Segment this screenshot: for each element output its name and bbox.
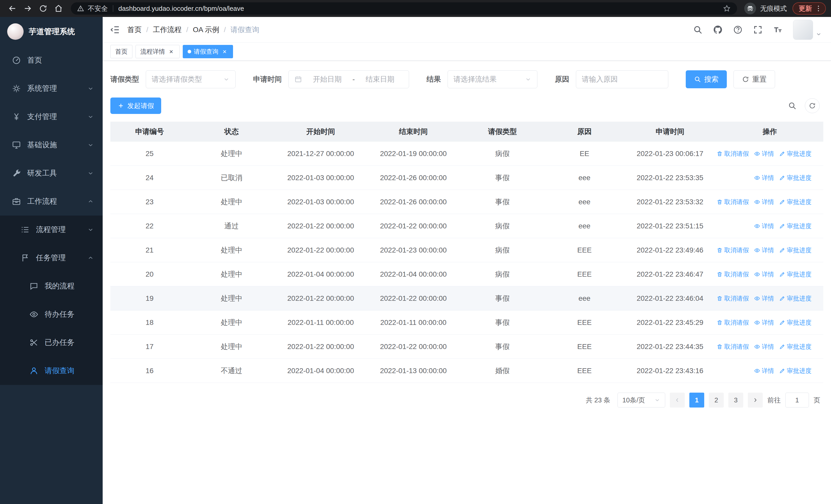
leave-type-select[interactable]: 请选择请假类型 [146, 70, 236, 88]
action-cancel-link[interactable]: 取消请假 [717, 319, 749, 327]
sidebar-item-devtools[interactable]: 研发工具 [0, 159, 103, 187]
action-detail-link[interactable]: 详情 [754, 222, 774, 230]
table-row[interactable]: 16不通过2022-01-04 00:00:002022-01-13 00:00… [110, 359, 823, 383]
browser-back-button[interactable] [5, 1, 20, 16]
action-detail-link[interactable]: 详情 [754, 270, 774, 278]
flag-icon [21, 253, 30, 263]
sidebar-item-process-mgmt[interactable]: 流程管理 [0, 215, 103, 244]
pagination-total: 共 23 条 [586, 396, 610, 405]
next-page-button[interactable] [748, 393, 763, 408]
toggle-search-button[interactable] [788, 101, 797, 110]
sidebar-item-payment[interactable]: 支付管理 [0, 102, 103, 131]
sidebar-item-home[interactable]: 首页 [0, 46, 103, 75]
user-menu[interactable] [793, 20, 822, 40]
action-cancel-link[interactable]: 取消请假 [717, 198, 749, 206]
action-progress-link[interactable]: 审批进度 [779, 174, 811, 182]
help-button[interactable] [733, 25, 743, 35]
sidebar-item-todo-task[interactable]: 待办任务 [0, 300, 103, 328]
table-cell: 处理中 [189, 318, 274, 327]
page-button-3[interactable]: 3 [728, 393, 743, 408]
table-row[interactable]: 24已取消2022-01-03 00:00:002022-01-26 00:00… [110, 166, 823, 190]
action-detail-link[interactable]: 详情 [754, 198, 774, 206]
action-cancel-link[interactable]: 取消请假 [717, 246, 749, 254]
browser-home-button[interactable] [51, 1, 66, 16]
action-progress-link[interactable]: 审批进度 [779, 198, 811, 206]
action-cancel-link[interactable]: 取消请假 [717, 294, 749, 302]
tab-close-icon[interactable]: × [168, 48, 175, 55]
tab-0[interactable]: 首页 [110, 45, 133, 58]
action-progress-link[interactable]: 审批进度 [779, 367, 811, 375]
action-detail-link[interactable]: 详情 [754, 150, 774, 158]
table-row[interactable]: 22通过2022-01-22 00:00:002022-01-22 00:00:… [110, 214, 823, 238]
browser-refresh-button[interactable] [36, 1, 50, 16]
create-leave-button[interactable]: 发起请假 [110, 97, 161, 114]
search-button[interactable]: 搜索 [686, 70, 727, 88]
prev-page-button[interactable] [670, 393, 685, 408]
browser-forward-button[interactable] [21, 1, 35, 16]
edit-icon [779, 175, 785, 181]
action-progress-link[interactable]: 审批进度 [779, 343, 811, 351]
sidebar-collapse-button[interactable] [103, 25, 127, 35]
kebab-menu-icon[interactable] [814, 5, 822, 12]
tab-close-icon[interactable]: × [221, 48, 228, 55]
table-row[interactable]: 25处理中2021-12-27 00:00:002022-01-19 00:00… [110, 142, 823, 166]
browser-right-cluster: 无痕模式 更新 [742, 2, 826, 14]
action-progress-link[interactable]: 审批进度 [779, 150, 811, 158]
refresh-table-button[interactable] [805, 98, 820, 113]
sidebar-item-done-task[interactable]: 已办任务 [0, 328, 103, 357]
result-select[interactable]: 请选择流结果 [448, 70, 537, 88]
action-detail-link[interactable]: 详情 [754, 246, 774, 254]
eye-icon [754, 151, 760, 157]
table-header-cell: 申请编号 [110, 127, 189, 137]
sidebar-item-workflow[interactable]: 工作流程 [0, 187, 103, 215]
table-row[interactable]: 17处理中2022-01-22 00:00:002022-01-22 00:00… [110, 335, 823, 359]
sidebar-item-my-process[interactable]: 我的流程 [0, 272, 103, 300]
action-progress-link[interactable]: 审批进度 [779, 294, 811, 302]
table-row[interactable]: 21处理中2022-01-22 00:00:002022-01-23 00:00… [110, 238, 823, 262]
refresh-icon [809, 102, 816, 109]
action-progress-link[interactable]: 审批进度 [779, 319, 811, 327]
sidebar-item-infra[interactable]: 基础设施 [0, 131, 103, 159]
sidebar-item-system[interactable]: 系统管理 [0, 75, 103, 102]
action-progress-link[interactable]: 审批进度 [779, 270, 811, 278]
fullscreen-button[interactable] [753, 25, 763, 35]
action-detail-link[interactable]: 详情 [754, 343, 774, 351]
breadcrumb-item[interactable]: OA 示例 [193, 25, 220, 35]
github-link[interactable] [713, 25, 723, 35]
action-progress-link[interactable]: 审批进度 [779, 246, 811, 254]
font-size-button[interactable] [773, 25, 783, 35]
reason-input[interactable] [576, 70, 668, 88]
edit-icon [779, 295, 785, 301]
address-bar[interactable]: 不安全 dashboard.yudao.iocoder.cn/bpm/oa/le… [71, 2, 737, 14]
page-button-2[interactable]: 2 [709, 393, 724, 408]
breadcrumb-item[interactable]: 首页 [127, 25, 142, 35]
table-row[interactable]: 19处理中2022-01-22 00:00:002022-01-22 00:00… [110, 287, 823, 310]
action-cancel-link[interactable]: 取消请假 [717, 343, 749, 351]
table-row[interactable]: 20处理中2022-01-04 00:00:002022-01-04 00:00… [110, 262, 823, 287]
header-search-button[interactable] [693, 25, 703, 35]
breadcrumb-item[interactable]: 工作流程 [153, 25, 182, 35]
bookmark-star-icon[interactable] [723, 4, 731, 12]
page-button-1[interactable]: 1 [689, 393, 704, 408]
table-row[interactable]: 23处理中2022-01-03 00:00:002022-01-26 00:00… [110, 190, 823, 214]
action-cancel-link[interactable]: 取消请假 [717, 150, 749, 158]
goto-page-input[interactable] [785, 393, 809, 408]
action-detail-link[interactable]: 详情 [754, 174, 774, 182]
action-cancel-link[interactable]: 取消请假 [717, 270, 749, 278]
sidebar-item-task-mgmt[interactable]: 任务管理 [0, 244, 103, 272]
action-detail-link[interactable]: 详情 [754, 367, 774, 375]
action-progress-link[interactable]: 审批进度 [779, 222, 811, 230]
chevron-down-icon [87, 226, 94, 233]
reset-button[interactable]: 重置 [734, 70, 775, 88]
action-detail-link[interactable]: 详情 [754, 319, 774, 327]
apply-time-range-picker[interactable]: 开始日期 - 结束日期 [288, 70, 409, 88]
table-cell: 病假 [460, 269, 545, 279]
tab-2[interactable]: 请假查询× [183, 45, 233, 58]
page-size-select[interactable]: 10条/页 [618, 393, 665, 408]
row-actions: 详情审批进度 [716, 174, 823, 182]
tab-1[interactable]: 流程详情× [136, 45, 180, 58]
action-detail-link[interactable]: 详情 [754, 294, 774, 302]
browser-update-button[interactable]: 更新 [793, 2, 826, 14]
table-row[interactable]: 18处理中2022-01-11 00:00:002022-01-11 00:00… [110, 310, 823, 335]
sidebar-item-leave-query[interactable]: 请假查询 [0, 357, 103, 385]
